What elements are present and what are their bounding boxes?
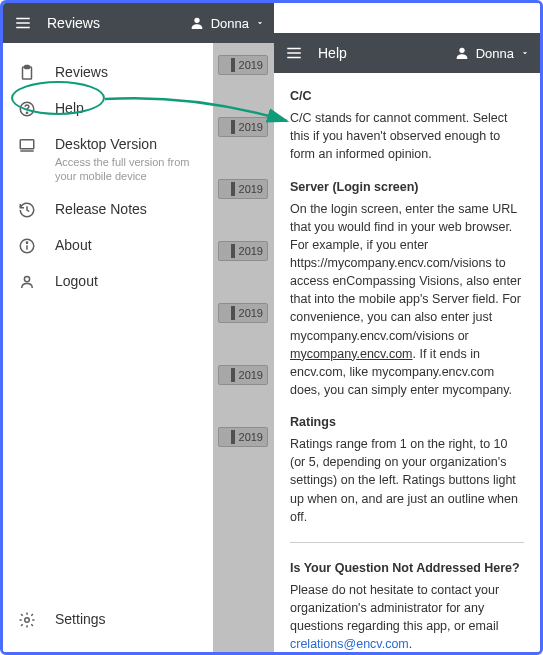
person-icon: [189, 15, 205, 31]
help-heading-ratings: Ratings: [290, 413, 524, 431]
sidebar-item-label: Reviews: [55, 64, 108, 80]
person-icon: [17, 272, 37, 292]
sidebar-item-settings[interactable]: Settings: [3, 602, 213, 638]
drawer-scrim[interactable]: [213, 43, 275, 652]
svg-point-12: [26, 242, 27, 243]
svg-point-14: [25, 618, 30, 623]
sidebar-item-sublabel: Access the full version from your mobile…: [55, 155, 199, 184]
svg-point-7: [26, 112, 27, 113]
user-name: Donna: [476, 46, 514, 61]
nav-drawer: Reviews Help Desktop Version Access the …: [3, 43, 213, 652]
help-heading-contact: Is Your Question Not Addressed Here?: [290, 559, 524, 577]
hamburger-icon[interactable]: [13, 13, 33, 33]
svg-point-18: [459, 48, 464, 53]
appbar-help: Help Donna: [274, 33, 540, 73]
sidebar-item-label: Settings: [55, 611, 106, 627]
sidebar-item-logout[interactable]: Logout: [3, 264, 213, 300]
user-name: Donna: [211, 16, 249, 31]
sidebar-item-label: Logout: [55, 273, 98, 289]
divider: [290, 542, 524, 543]
chevron-down-icon: [520, 48, 530, 58]
chevron-down-icon: [255, 18, 265, 28]
help-article[interactable]: C/C C/C stands for cannot comment. Selec…: [274, 73, 540, 652]
user-menu[interactable]: Donna: [454, 45, 530, 61]
person-icon: [454, 45, 470, 61]
sidebar-item-release-notes[interactable]: Release Notes: [3, 192, 213, 228]
server-url-example: mycompany.encv.com: [290, 347, 413, 361]
sidebar-item-reviews[interactable]: Reviews: [3, 55, 213, 91]
sidebar-item-desktop[interactable]: Desktop Version Access the full version …: [3, 127, 213, 192]
sidebar-item-help[interactable]: Help: [3, 91, 213, 127]
history-icon: [17, 200, 37, 220]
appbar-reviews: Reviews Donna: [3, 3, 275, 43]
svg-rect-8: [20, 140, 34, 149]
hamburger-icon[interactable]: [284, 43, 304, 63]
help-text: Please do not hesitate to contact your o…: [290, 581, 524, 652]
gear-icon: [17, 610, 37, 630]
clipboard-icon: [17, 63, 37, 83]
help-text: Ratings range from 1 on the right, to 10…: [290, 435, 524, 526]
help-circle-icon: [17, 99, 37, 119]
help-text: On the login screen, enter the same URL …: [290, 200, 524, 399]
sidebar-item-label: About: [55, 237, 92, 253]
sidebar-item-label: Release Notes: [55, 201, 147, 217]
help-text: C/C stands for cannot comment. Select th…: [290, 109, 524, 163]
contact-email-link[interactable]: crelations@encv.com: [290, 637, 409, 651]
info-icon: [17, 236, 37, 256]
sidebar-item-about[interactable]: About: [3, 228, 213, 264]
appbar-title: Reviews: [47, 15, 100, 31]
help-heading-server: Server (Login screen): [290, 178, 524, 196]
svg-point-3: [194, 18, 199, 23]
user-menu[interactable]: Donna: [189, 15, 265, 31]
svg-point-13: [24, 276, 29, 281]
desktop-icon: [17, 135, 37, 155]
reviews-app-pane: 2019 2019 2019 2019 2019 2019 2019 Revie…: [3, 3, 275, 652]
appbar-title: Help: [318, 45, 347, 61]
svg-rect-5: [25, 66, 30, 69]
sidebar-item-label: Desktop Version: [55, 136, 157, 152]
help-app-pane: Help Donna C/C C/C stands for cannot com…: [274, 3, 540, 652]
help-heading-cc: C/C: [290, 87, 524, 105]
sidebar-item-label: Help: [55, 100, 84, 116]
